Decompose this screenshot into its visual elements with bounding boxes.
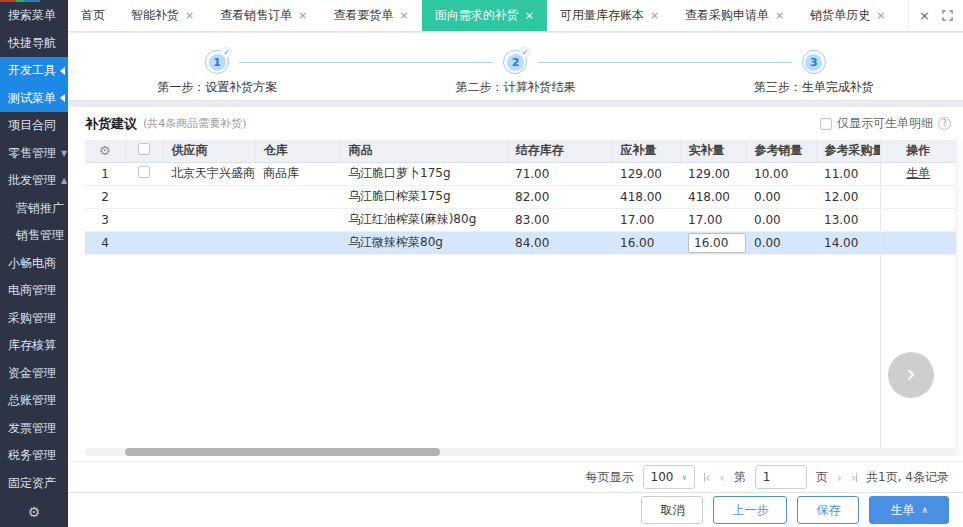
sidebar-item-sales-mgmt[interactable]: 销售管理 bbox=[0, 222, 68, 250]
sidebar-item-label: 零售管理 bbox=[8, 145, 56, 162]
generate-order-button[interactable]: 生单 ∧ bbox=[869, 496, 949, 524]
row-checkbox[interactable] bbox=[138, 166, 150, 178]
tab-view-sales-orders[interactable]: 查看销售订单× bbox=[207, 0, 320, 31]
sidebar-item-search-menu[interactable]: 搜索菜单 bbox=[0, 2, 68, 30]
sidebar-item-project-contract[interactable]: 项目合同 bbox=[0, 112, 68, 140]
step-1[interactable]: 1 ✓ 第一步：设置补货方案 bbox=[68, 50, 366, 100]
sidebar-item-general-ledger[interactable]: 总账管理 bbox=[0, 387, 68, 415]
check-icon: ✓ bbox=[221, 47, 232, 58]
help-icon[interactable]: ? bbox=[938, 117, 951, 130]
tab-view-requisition[interactable]: 查看要货单× bbox=[320, 0, 421, 31]
next-page-button[interactable]: › bbox=[837, 470, 842, 485]
filter-label: 仅显示可生单明细 bbox=[837, 115, 933, 132]
cell-should-qty: 16.00 bbox=[612, 231, 680, 254]
close-icon[interactable]: × bbox=[399, 9, 408, 22]
sidebar-item-purchase-mgmt[interactable]: 采购管理 bbox=[0, 305, 68, 333]
sidebar-item-wholesale-mgmt[interactable]: 批发管理▲ bbox=[0, 167, 68, 195]
per-page-value: 100 bbox=[651, 470, 674, 484]
chevron-up-icon: ∧ bbox=[921, 505, 928, 515]
arrow-left-icon bbox=[60, 67, 65, 75]
select-all-checkbox[interactable] bbox=[138, 143, 150, 155]
table-row-selected[interactable]: 4 乌江微辣榨菜80g 84.00 16.00 0.00 14.00 bbox=[85, 231, 956, 254]
cell-ref-purchase: 11.00 bbox=[816, 162, 880, 185]
sidebar-item-label: 固定资产 bbox=[8, 475, 56, 492]
only-billable-filter[interactable]: 仅显示可生单明细 ? bbox=[820, 115, 951, 132]
save-button[interactable]: 保存 bbox=[797, 496, 859, 524]
sidebar-item-label: 总账管理 bbox=[8, 392, 56, 409]
tab-label: 首页 bbox=[81, 7, 105, 24]
sidebar-item-retail-mgmt[interactable]: 零售管理▼ bbox=[0, 140, 68, 168]
close-icon[interactable]: × bbox=[650, 9, 659, 22]
filter-checkbox[interactable] bbox=[820, 118, 832, 130]
cancel-button[interactable]: 取消 bbox=[641, 496, 703, 524]
cell-supplier: 北京天宇兴盛商贸... bbox=[163, 162, 255, 185]
col-product: 商品 bbox=[340, 140, 507, 162]
fixed-column-divider bbox=[880, 254, 881, 449]
close-icon[interactable]: × bbox=[775, 9, 784, 22]
cell-ref-purchase: 14.00 bbox=[816, 231, 880, 254]
sidebar-item-test-menu[interactable]: 测试菜单 bbox=[0, 85, 68, 113]
page-title: 补货建议 bbox=[85, 115, 137, 133]
close-icon[interactable]: × bbox=[525, 9, 534, 22]
step-2[interactable]: 2 ✓ 第二步：计算补货结果 bbox=[366, 50, 664, 100]
step-3[interactable]: 3 第三步：生单完成补货 bbox=[665, 50, 963, 100]
sidebar-item-tax-mgmt[interactable]: 税务管理 bbox=[0, 442, 68, 470]
cell-stock: 83.00 bbox=[507, 208, 612, 231]
page-number-input[interactable] bbox=[755, 465, 807, 489]
close-icon[interactable]: × bbox=[298, 9, 307, 22]
horizontal-scrollbar-track bbox=[85, 448, 955, 456]
sidebar-item-fixed-assets[interactable]: 固定资产 bbox=[0, 470, 68, 498]
panel-header: 补货建议 (共4条商品需要补货) 仅显示可生单明细 ? bbox=[68, 107, 963, 140]
sidebar-item-dev-tools[interactable]: 开发工具 bbox=[0, 57, 68, 85]
sidebar-item-quick-nav[interactable]: 快捷导航 bbox=[0, 30, 68, 58]
prev-page-button[interactable]: ‹ bbox=[719, 470, 724, 485]
table-row[interactable]: 2 乌江脆口榨菜175g 82.00 418.00 418.00 0.00 12… bbox=[85, 185, 956, 208]
actual-qty-input[interactable] bbox=[688, 233, 746, 253]
first-page-button[interactable]: ‹ bbox=[704, 470, 710, 485]
row-number: 1 bbox=[85, 162, 125, 185]
tab-available-stock-ledger[interactable]: 可用量库存账本× bbox=[547, 0, 672, 31]
sidebar-item-marketing-promo[interactable]: 营销推广 bbox=[0, 195, 68, 223]
last-page-button[interactable]: › bbox=[851, 470, 857, 485]
tab-sales-order-history[interactable]: 销货单历史× bbox=[797, 0, 898, 31]
table-row[interactable]: 3 乌江红油榨菜(麻辣)80g 83.00 17.00 17.00 0.00 1… bbox=[85, 208, 956, 231]
cell-stock: 71.00 bbox=[507, 162, 612, 185]
row-number: 3 bbox=[85, 208, 125, 231]
close-current-tab-icon[interactable]: × bbox=[919, 8, 930, 23]
close-icon[interactable]: × bbox=[185, 9, 194, 22]
previous-step-button[interactable]: 上一步 bbox=[713, 496, 787, 524]
tab-demand-replenish[interactable]: 面向需求的补货× bbox=[422, 0, 547, 31]
chevron-down-icon: ∨ bbox=[681, 473, 687, 482]
per-page-select[interactable]: 100 ∨ bbox=[643, 465, 696, 489]
sidebar-item-ecommerce-mgmt[interactable]: 电商管理 bbox=[0, 277, 68, 305]
sidebar-item-funds-mgmt[interactable]: 资金管理 bbox=[0, 360, 68, 388]
cell-actual-qty: 418.00 bbox=[680, 185, 746, 208]
cell-supplier bbox=[163, 231, 255, 254]
settings-gear-icon[interactable]: ⚙ bbox=[0, 497, 68, 527]
cell-should-qty: 17.00 bbox=[612, 208, 680, 231]
expand-icon[interactable] bbox=[942, 10, 953, 21]
column-settings-gear-icon[interactable]: ⚙ bbox=[99, 143, 111, 158]
pagination-bar: 每页显示 100 ∨ ‹ ‹ 第 页 › › 共1页, 4条记录 bbox=[68, 461, 963, 492]
tab-smart-replenish[interactable]: 智能补货× bbox=[118, 0, 207, 31]
cell-actual-qty: 17.00 bbox=[680, 208, 746, 231]
sidebar-item-xiaochang-ecommerce[interactable]: 小畅电商 bbox=[0, 250, 68, 278]
table-row[interactable]: 1 北京天宇兴盛商贸... 商品库 乌江脆口萝卜175g 71.00 129.0… bbox=[85, 162, 956, 185]
tab-view-purchase-orders[interactable]: 查看进货单× bbox=[899, 0, 909, 31]
cell-supplier bbox=[163, 185, 255, 208]
generate-order-link[interactable]: 生单 bbox=[906, 166, 930, 180]
sidebar-item-inventory-accounting[interactable]: 库存核算 bbox=[0, 332, 68, 360]
cell-stock: 82.00 bbox=[507, 185, 612, 208]
tab-view-purchase-request[interactable]: 查看采购申请单× bbox=[672, 0, 797, 31]
tab-home[interactable]: 首页 bbox=[68, 0, 118, 31]
horizontal-scrollbar-thumb[interactable] bbox=[125, 448, 440, 456]
scroll-right-button[interactable]: › bbox=[888, 352, 934, 398]
table-header-row: ⚙ 供应商 仓库 商品 结存库存 应补量 实补量 参考销量 参考采购量 操作 bbox=[85, 140, 956, 162]
cell-warehouse bbox=[255, 185, 340, 208]
step-2-label: 第二步：计算补货结果 bbox=[455, 79, 575, 96]
sidebar-item-label: 搜索菜单 bbox=[8, 7, 56, 24]
close-icon[interactable]: × bbox=[876, 9, 885, 22]
sidebar-item-label: 采购管理 bbox=[8, 310, 56, 327]
item-count-text: (共4条商品需要补货) bbox=[143, 116, 247, 131]
sidebar-item-invoice-mgmt[interactable]: 发票管理 bbox=[0, 415, 68, 443]
